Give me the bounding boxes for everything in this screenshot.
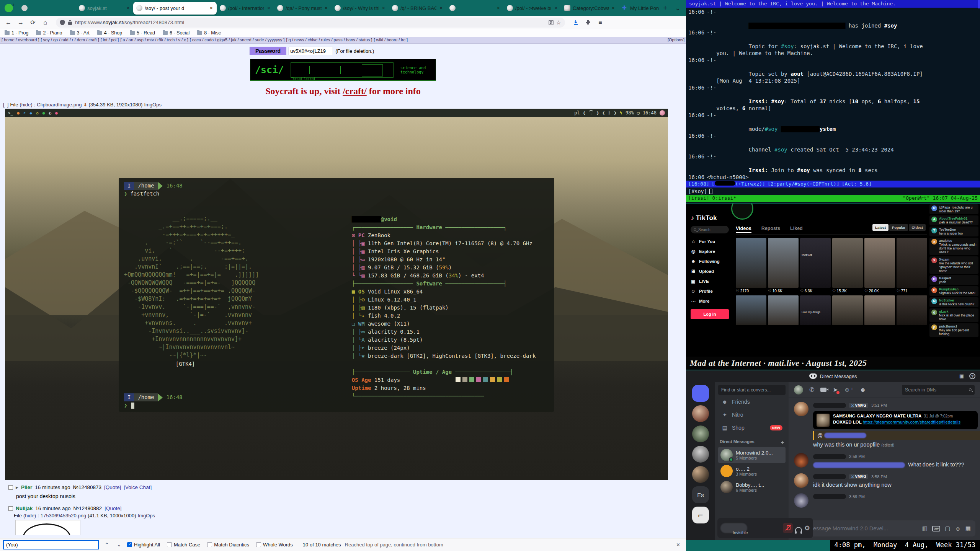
gif-picker-icon[interactable]: GIF [932, 526, 940, 531]
server-icon[interactable]: Es [692, 486, 709, 503]
browser-tab[interactable]: /pol/ - >twelve brw × [504, 2, 561, 15]
collapse-image-link[interactable]: [–] [3, 102, 8, 108]
board-nav-group[interactable]: soy / qa / raid / r / dem / craft [41, 37, 99, 43]
tab-close-icon[interactable]: × [266, 5, 271, 11]
video-cell[interactable] [864, 295, 895, 325]
video-cell[interactable]: 2170 [736, 238, 766, 293]
reply-image-thumbnail[interactable] [15, 520, 80, 535]
server-icon[interactable] [692, 405, 709, 422]
tiktok-menu-item[interactable]: ☺ Profile [691, 286, 732, 296]
member-list-icon[interactable]: ☻ [860, 386, 866, 393]
file-name-link[interactable]: 1753069453520.png [41, 513, 86, 518]
video-cell[interactable] [736, 295, 766, 325]
browser-tab[interactable]: Category:Cobwatc × [561, 2, 619, 15]
browser-tab[interactable] [18, 2, 76, 15]
tab-close-icon[interactable]: × [554, 5, 558, 11]
tiktok-menu-item[interactable]: ⋯ More [691, 296, 732, 306]
tab-close-icon[interactable]: × [324, 5, 328, 11]
dm-conversation[interactable]: Morrowind 2.0... 5 Members [718, 447, 786, 463]
browser-tab[interactable]: /qa/ - Pony must b × [274, 2, 332, 15]
irc-input-line[interactable]: [#soy] [686, 187, 980, 195]
post-hide-icon[interactable]: ▶ [16, 486, 18, 489]
dm-search-box[interactable]: Search in DMs [902, 385, 975, 395]
sidebar-nav-item[interactable]: ▤ Shop NEW [718, 422, 786, 434]
tiktok-menu-item[interactable]: ⌂ For You [691, 236, 732, 246]
tiktok-menu-item[interactable]: ▣ LIVE [691, 276, 732, 286]
voice-chat-link[interactable]: [Voice Chat] [124, 484, 152, 490]
checkbox-icon[interactable] [127, 542, 132, 547]
board-nav-group[interactable]: home / overboard [2, 37, 39, 43]
video-cell[interactable] [768, 295, 799, 325]
bookmark-folder[interactable]: 6 - Social [163, 30, 189, 36]
sort-button[interactable]: Popular [889, 224, 908, 231]
conversation-search[interactable]: Find or start a convers... [718, 385, 786, 395]
menu-button[interactable]: ≡ [595, 18, 606, 28]
board-nav-group[interactable]: q / news / chive / rules / pass / bans /… [286, 37, 372, 43]
board-nav-group[interactable]: int / pol [101, 37, 119, 43]
tiktok-search-box[interactable]: Search [691, 226, 729, 233]
video-thumbnail[interactable]: Love my dawgs [800, 295, 831, 325]
browser-tab[interactable]: soyjak.st × [76, 2, 133, 15]
bookmark-folder[interactable]: 2 - Piano [36, 30, 62, 36]
post-checkbox[interactable] [8, 506, 13, 511]
reader-mode-icon[interactable] [549, 20, 554, 25]
find-close-icon[interactable]: × [673, 541, 683, 548]
emoji-picker-icon[interactable]: ☺ [955, 525, 960, 532]
sticker-picker-icon[interactable]: ▢ [945, 525, 950, 532]
tab-close-icon[interactable]: × [209, 5, 214, 11]
post-checkbox[interactable] [8, 485, 13, 490]
video-cell[interactable] [832, 295, 863, 325]
sort-button[interactable]: Oldest [909, 224, 926, 231]
microphone-muted-icon[interactable] [783, 523, 793, 533]
find-option-checkbox[interactable]: Highlight All [127, 542, 160, 548]
server-icon[interactable] [692, 466, 709, 483]
link-embed-card[interactable]: SAMSUNG GALAXY NEGRO MATE ULTRA31 Jul @ … [813, 411, 978, 429]
hide-file-link[interactable]: (hide) [23, 513, 36, 518]
server-icon[interactable] [692, 446, 709, 463]
browser-tab[interactable]: /soy/ - post your d × [133, 2, 217, 15]
browser-tab[interactable]: My Little Pony ASC × [619, 2, 659, 15]
server-icon[interactable] [692, 385, 709, 402]
tiktok-menu-item[interactable]: ◎ Explore [691, 246, 732, 256]
find-option-checkbox[interactable]: Whole Words [256, 542, 293, 548]
profile-tab[interactable]: Videos [736, 226, 751, 233]
checkbox-icon[interactable] [256, 542, 261, 547]
find-next-button[interactable]: ⌄ [115, 542, 123, 548]
add-friends-to-dm-icon[interactable]: ☺⁺ [844, 386, 854, 393]
browser-tab[interactable]: /soy/ - Why is this s × [332, 2, 389, 15]
home-button[interactable]: ⌂ [40, 18, 51, 28]
video-cell[interactable]: 20.0K [864, 238, 895, 293]
craft-link[interactable]: /craft/ [343, 86, 367, 96]
video-cell[interactable]: Love my dawgs [800, 295, 831, 325]
checkbox-icon[interactable] [207, 542, 212, 547]
bookmark-star-icon[interactable]: ☆ [556, 19, 561, 26]
list-all-tabs-icon[interactable]: ⌄ [671, 4, 684, 12]
back-button[interactable]: ← [3, 18, 14, 28]
url-bar[interactable]: https://www.soyjak.st/soy/thread/1248087… [56, 18, 565, 28]
video-thumbnail[interactable] [736, 295, 766, 325]
server-icon[interactable] [692, 425, 709, 442]
find-option-checkbox[interactable]: Match Diacritics [207, 542, 249, 548]
quote-link[interactable]: [Quote] [105, 505, 121, 511]
headphones-icon[interactable] [795, 527, 802, 531]
browser-tab[interactable]: × [446, 2, 504, 15]
message-avatar[interactable] [794, 473, 808, 488]
imgops-link[interactable]: ImgOps [144, 102, 162, 108]
message-avatar[interactable] [794, 402, 808, 416]
start-video-call-icon[interactable] [820, 386, 826, 393]
video-thumbnail[interactable] [864, 238, 895, 288]
browser-tab[interactable]: /pol/ - Internationa × [217, 2, 274, 15]
video-cell[interactable]: 771 [897, 238, 927, 293]
find-input[interactable] [3, 540, 99, 549]
lock-icon[interactable] [68, 20, 72, 25]
taskbar-clock[interactable]: 4:08 pm, Monday 4 Aug, Week 31/53 [830, 540, 980, 551]
video-thumbnail[interactable] [768, 295, 799, 325]
downloads-button[interactable] [570, 18, 581, 28]
bookmark-folder[interactable]: 1 - Prog [5, 30, 28, 36]
irc-scrollbar[interactable] [978, 0, 980, 8]
video-thumbnail[interactable] [897, 295, 927, 325]
tab-close-icon[interactable]: × [381, 5, 386, 11]
password-input[interactable] [289, 47, 333, 55]
file-name-link[interactable]: ClipboardImage.png [37, 102, 82, 108]
video-thumbnail[interactable] [832, 295, 863, 325]
